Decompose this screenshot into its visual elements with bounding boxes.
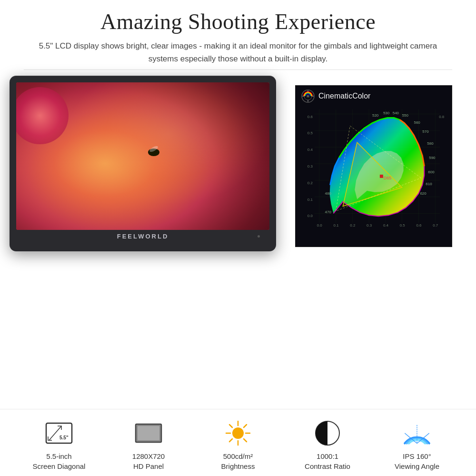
sun-icon (224, 419, 252, 447)
spec-label-brightness: 500cd/m² Brightness (221, 451, 255, 471)
hd-panel-icon (135, 422, 162, 444)
monitor-container: FEELWORLD (10, 76, 286, 404)
svg-text:580: 580 (427, 141, 434, 146)
svg-text:5.5": 5.5" (60, 435, 69, 440)
spec-icon-contrast (313, 419, 342, 447)
svg-rect-61 (138, 426, 159, 440)
svg-text:600: 600 (428, 169, 435, 174)
cinematic-color-logo-icon (301, 89, 315, 103)
color-chart-box: CinematicColor (295, 85, 452, 247)
spec-item-viewing-angle: IPS 160° Viewing Angle (388, 419, 446, 471)
svg-text:530: 530 (383, 110, 390, 115)
svg-text:570: 570 (422, 129, 429, 134)
monitor-bottom-bar: FEELWORLD (16, 230, 269, 241)
page-subtitle: 5.5" LCD display shows bright, clear ima… (29, 40, 447, 65)
viewing-angle-icon (403, 419, 431, 447)
brand-label: FEELWORLD (117, 233, 169, 240)
svg-text:0.2: 0.2 (307, 180, 313, 185)
flower-background (16, 82, 269, 230)
spec-label-viewing-angle: IPS 160° Viewing Angle (395, 451, 439, 471)
svg-text:610: 610 (426, 181, 432, 186)
svg-text:0.3: 0.3 (367, 223, 372, 228)
svg-text:0.6: 0.6 (416, 223, 422, 228)
monitor-screen (16, 82, 269, 230)
svg-text:0.2: 0.2 (350, 223, 356, 228)
svg-text:0.3: 0.3 (307, 164, 313, 169)
chart-container: CinematicColor (286, 76, 466, 404)
spec-label-screen-diagonal: 5.5-inch Screen Diagonal (33, 451, 86, 471)
svg-point-70 (232, 427, 244, 439)
main-content: FEELWORLD (0, 70, 476, 404)
chart-header: CinematicColor (296, 86, 452, 107)
monitor-outer: FEELWORLD (10, 76, 276, 251)
svg-text:0.4: 0.4 (307, 148, 313, 152)
spec-label-contrast: 1000:1 Contrast Ratio (305, 451, 350, 471)
svg-line-66 (229, 425, 232, 427)
cie-chart: D65 520 530 540 550 560 570 580 590 600 … (296, 86, 452, 247)
svg-text:0.8: 0.8 (439, 114, 445, 119)
svg-text:0.6: 0.6 (307, 114, 313, 119)
spec-icon-viewing-angle (403, 419, 431, 447)
spec-icon-brightness (224, 419, 252, 447)
spec-item-screen-diagonal: 5.5" 5.5-inch Screen Diagonal (30, 419, 88, 471)
contrast-icon (313, 419, 342, 447)
spec-item-contrast: 1000:1 Contrast Ratio (299, 419, 356, 471)
spec-item-brightness: 500cd/m² Brightness (209, 419, 267, 471)
header-section: Amazing Shooting Experience 5.5" LCD dis… (0, 0, 476, 69)
svg-line-68 (244, 425, 247, 427)
spec-label-hd-panel: 1280X720 HD Panel (132, 451, 165, 471)
svg-text:0.4: 0.4 (383, 223, 389, 228)
svg-line-69 (229, 439, 232, 442)
svg-text:480: 480 (325, 191, 332, 195)
spec-item-hd-panel: 1280X720 HD Panel (120, 419, 177, 471)
page-wrapper: Amazing Shooting Experience 5.5" LCD dis… (0, 0, 476, 476)
bee (148, 149, 159, 156)
svg-text:560: 560 (414, 120, 420, 124)
spec-icon-screen-diagonal: 5.5" (45, 419, 73, 447)
spec-icon-hd-panel (134, 419, 163, 447)
svg-text:620: 620 (420, 191, 426, 195)
svg-text:0.1: 0.1 (334, 223, 339, 228)
chart-title: CinematicColor (318, 92, 370, 100)
svg-line-67 (244, 439, 247, 442)
svg-text:0.5: 0.5 (307, 131, 313, 135)
svg-point-3 (307, 95, 309, 97)
svg-text:0.0: 0.0 (307, 214, 313, 218)
svg-text:590: 590 (429, 156, 436, 160)
svg-text:0.1: 0.1 (307, 197, 313, 201)
svg-text:0.7: 0.7 (433, 223, 438, 228)
monitor-dot (258, 235, 260, 238)
svg-text:0.0: 0.0 (317, 223, 323, 228)
svg-text:520: 520 (372, 113, 379, 117)
svg-text:540: 540 (393, 110, 399, 115)
svg-rect-26 (380, 174, 383, 178)
screen-diagonal-icon: 5.5" (45, 422, 73, 444)
svg-text:550: 550 (402, 113, 409, 117)
svg-text:D65: D65 (384, 175, 391, 180)
page-title: Amazing Shooting Experience (29, 9, 447, 35)
svg-text:0.5: 0.5 (400, 223, 406, 228)
specs-section: 5.5" 5.5-inch Screen Diagonal 1280X720 H… (0, 409, 476, 476)
svg-text:470: 470 (325, 210, 332, 214)
